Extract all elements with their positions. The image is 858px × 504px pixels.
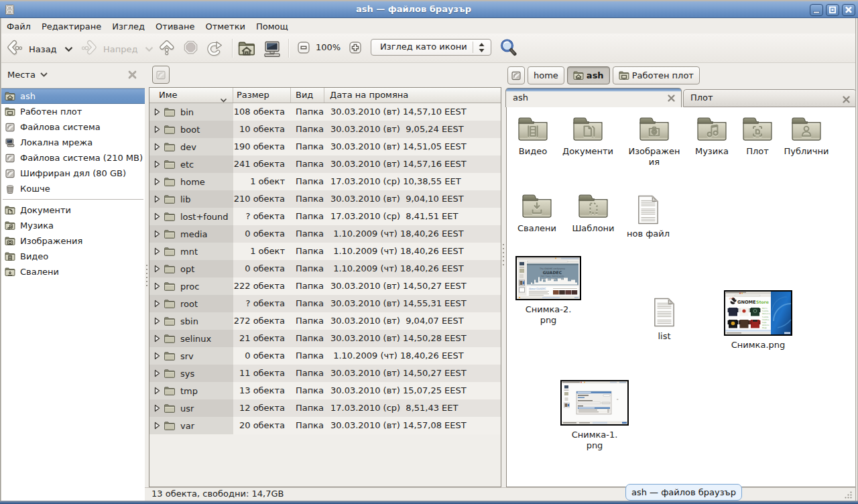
- sidebar-item-шифриран-дял-80-gb-[interactable]: Шифриран дял (80 GB): [1, 166, 145, 181]
- expander-icon[interactable]: [153, 195, 161, 203]
- sidebar-item-файлова-система[interactable]: Файлова система: [1, 119, 145, 135]
- tree-row-usr[interactable]: usr 12 обекта Папка 17.03.2010 (ср) 8,51…: [149, 399, 501, 417]
- menu-go[interactable]: Отиване: [150, 19, 200, 34]
- stop-button[interactable]: [182, 39, 200, 58]
- icon-item-публични[interactable]: Публични: [772, 115, 841, 157]
- icon-item-снимка-1.-png[interactable]: Снимка-1. png: [560, 380, 629, 451]
- path-button-ash[interactable]: ash: [567, 66, 610, 84]
- menu-edit[interactable]: Редактиране: [36, 19, 107, 34]
- tree-row-sbin[interactable]: sbin 272 обекта Папка 30.03.2010 (вт) 9,…: [149, 312, 501, 330]
- zoom-in-button[interactable]: [349, 42, 361, 54]
- up-button[interactable]: [158, 39, 176, 58]
- expander-icon[interactable]: [153, 422, 161, 430]
- expander-icon[interactable]: [153, 212, 161, 220]
- sidebar-item-видео[interactable]: Видео: [1, 249, 145, 264]
- tab-close-icon[interactable]: [842, 95, 851, 104]
- tree-row-selinux[interactable]: selinux 21 обекта Папка 30.03.2010 (вт) …: [149, 330, 501, 347]
- sidebar-item-ash[interactable]: ash: [1, 88, 145, 104]
- expander-icon[interactable]: [153, 300, 161, 308]
- cell-type: Папка: [291, 103, 324, 121]
- expander-icon[interactable]: [153, 282, 161, 290]
- tree-row-root[interactable]: root ? обекта Папка 30.03.2010 (вт) 14,5…: [149, 295, 501, 312]
- tree-row-sys[interactable]: sys 11 обекта Папка 30.03.2010 (вт) 14,5…: [149, 365, 501, 382]
- column-header-type[interactable]: Вид: [291, 88, 324, 103]
- expander-icon[interactable]: [153, 247, 161, 255]
- tree-row-bin[interactable]: bin 108 обекта Папка 30.03.2010 (вт) 14,…: [149, 103, 501, 121]
- column-header-size[interactable]: Размер: [233, 88, 291, 103]
- tree-row-mnt[interactable]: mnt 1 обект Папка 1.10.2009 (чт) 18,40,2…: [149, 243, 501, 260]
- expander-icon[interactable]: [153, 387, 161, 395]
- sidebar-item-свалени[interactable]: Свалени: [1, 264, 145, 279]
- tree-row-lost+found[interactable]: lost+found ? обекта Папка 17.03.2010 (ср…: [149, 208, 501, 225]
- sidebar-item-изображения[interactable]: Изображения: [1, 233, 145, 249]
- back-dropdown-icon[interactable]: [64, 44, 73, 54]
- icon-item-документи[interactable]: Документи: [553, 115, 623, 157]
- maximize-button[interactable]: [826, 4, 839, 16]
- expander-icon[interactable]: [153, 143, 161, 151]
- view-mode-select[interactable]: Изглед като икони: [371, 39, 491, 56]
- expander-icon[interactable]: [153, 108, 161, 116]
- expander-icon[interactable]: [153, 404, 161, 412]
- sidebar-item-кошче[interactable]: Кошче: [1, 181, 145, 196]
- icon-item-снимка.png[interactable]: shop GNOME Store Men'sT-shirtsWomen'sT-s…: [723, 290, 793, 351]
- sidebar-item-музика[interactable]: Музика: [1, 218, 145, 233]
- tab-plot[interactable]: Плот: [683, 89, 857, 107]
- icon-item-list[interactable]: list: [629, 298, 699, 342]
- column-header-name[interactable]: Име: [149, 88, 233, 103]
- expander-icon[interactable]: [153, 160, 161, 168]
- menu-bookmarks[interactable]: Отметки: [200, 19, 250, 34]
- back-button[interactable]: Назад: [5, 39, 73, 60]
- sidebar-item-работен-плот[interactable]: Работен плот: [1, 104, 145, 119]
- minimize-button[interactable]: [810, 4, 823, 16]
- zoom-out-button[interactable]: [298, 42, 310, 54]
- tree-row-media[interactable]: media 0 обекта Папка 1.10.2009 (чт) 18,4…: [149, 225, 501, 243]
- menu-view[interactable]: Изглед: [107, 19, 150, 34]
- expander-icon[interactable]: [153, 125, 161, 133]
- tree-row-srv[interactable]: srv 0 обекта Папка 1.10.2009 (чт) 18,40,…: [149, 347, 501, 365]
- column-header-date[interactable]: Дата на промяна: [324, 88, 501, 103]
- path-button-home[interactable]: home: [528, 66, 564, 84]
- tree-row-var[interactable]: var 20 обекта Папка 30.03.2010 (вт) 14,5…: [149, 417, 501, 434]
- places-selector[interactable]: Места: [7, 70, 48, 80]
- forward-dropdown-icon[interactable]: [145, 44, 154, 54]
- sidebar-item-документи[interactable]: Документи: [1, 202, 145, 218]
- expander-icon[interactable]: [153, 230, 161, 238]
- path-button-работен-плот[interactable]: Работен плот: [613, 66, 700, 84]
- tree-row-proc[interactable]: proc 222 обекта Папка 30.03.2010 (вт) 14…: [149, 277, 501, 295]
- sidebar-item-файлова-система-210-mb-[interactable]: Файлова система (210 MB): [1, 150, 145, 166]
- expander-icon[interactable]: [153, 178, 161, 186]
- expander-icon[interactable]: [153, 369, 161, 377]
- expander-icon[interactable]: [153, 334, 161, 342]
- expander-icon[interactable]: [153, 265, 161, 273]
- pane-toggle-button[interactable]: [152, 66, 170, 84]
- home-button[interactable]: [238, 40, 255, 60]
- path-button-filesystem[interactable]: [507, 66, 525, 84]
- expander-icon[interactable]: [153, 352, 161, 360]
- computer-button[interactable]: [262, 39, 282, 61]
- tab-close-icon[interactable]: [667, 94, 676, 103]
- tree-row-boot[interactable]: boot 10 обекта Папка 30.03.2010 (вт) 9,0…: [149, 121, 501, 138]
- tree-row-dev[interactable]: dev 190 обекта Папка 30.03.2010 (вт) 14,…: [149, 138, 501, 155]
- resize-grip[interactable]: [844, 491, 853, 499]
- tree-row-home[interactable]: home 1 обект Папка 17.03.2010 (ср) 10,38…: [149, 173, 501, 190]
- tree-row-etc[interactable]: etc 241 обекта Папка 30.03.2010 (вт) 14,…: [149, 155, 501, 173]
- menu-help[interactable]: Помощ: [251, 19, 294, 34]
- reload-button[interactable]: [205, 39, 224, 58]
- toolbar-separator: [232, 39, 233, 58]
- sidebar-close-icon[interactable]: [127, 70, 138, 80]
- tab-ash[interactable]: ash: [505, 88, 682, 107]
- tree-row-tmp[interactable]: tmp 13 обекта Папка 30.03.2010 (вт) 15,0…: [149, 382, 501, 399]
- tree-row-lib[interactable]: lib 210 обекта Папка 30.03.2010 (вт) 9,0…: [149, 190, 501, 208]
- close-button[interactable]: [842, 4, 855, 16]
- titlebar[interactable]: ash — файлов браузър: [0, 0, 858, 18]
- icon-item-снимка-2.-png[interactable]: The GNOME conference GUADEC Den Haag, Ne…: [513, 256, 583, 326]
- icon-item-нов-файл[interactable]: нов файл: [613, 195, 683, 239]
- tree-row-opt[interactable]: opt 0 обекта Папка 1.10.2009 (чт) 18,40,…: [149, 260, 501, 277]
- search-button[interactable]: [499, 38, 519, 59]
- sidebar-item-локална-мрежа[interactable]: Локална мрежа: [1, 135, 145, 150]
- forward-button[interactable]: Напред: [79, 39, 154, 60]
- cell-name: lost+found: [149, 208, 233, 225]
- cell-date: 17.03.2010 (ср) 10,38,55 EET: [324, 173, 501, 190]
- expander-icon[interactable]: [153, 317, 161, 325]
- menu-file[interactable]: Файл: [1, 19, 36, 34]
